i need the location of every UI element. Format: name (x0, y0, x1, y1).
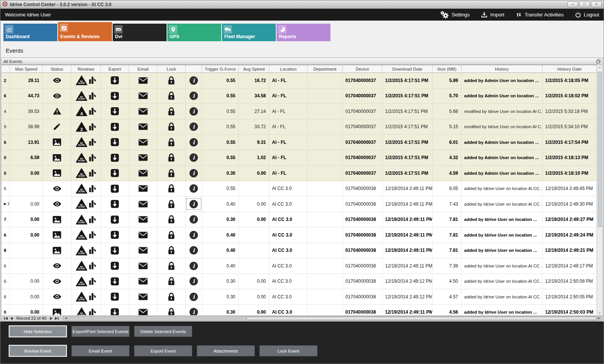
export-event-button[interactable]: Export Event (134, 345, 192, 356)
cell-export[interactable] (101, 73, 129, 89)
info-icon[interactable]: i (189, 153, 198, 162)
cell-lock[interactable] (157, 89, 186, 104)
export-download-icon[interactable] (110, 92, 119, 100)
table-row[interactable]: 6NOSCOREi0.40Al CC 3.001704000003812/19/… (2, 258, 597, 274)
cell-email[interactable] (129, 181, 157, 197)
export-download-icon[interactable] (110, 138, 119, 147)
email-envelope-icon[interactable] (138, 170, 148, 177)
cell-reviews[interactable]: NOSCORE (71, 166, 101, 181)
cell-reviews[interactable]: 2 (71, 119, 101, 135)
lock-icon[interactable] (168, 91, 175, 100)
horizontal-scrollbar[interactable]: ◀ ▶ (63, 316, 602, 321)
column-header-email[interactable]: Email (129, 65, 157, 72)
table-row[interactable]: 613.91NOSCOREi0.559.31Al - FL01704000003… (2, 135, 597, 150)
export-download-icon[interactable] (110, 292, 119, 301)
column-header-status[interactable]: Status (43, 65, 71, 72)
tab-fleet-manager[interactable]: Fleet Manager (222, 24, 276, 41)
table-row[interactable]: 644.73NOSCOREi0.5534.58Al - FL0170400000… (2, 89, 597, 104)
cell-info[interactable]: i (186, 89, 202, 104)
menu-item-settings[interactable]: Settings (440, 11, 470, 19)
column-header-export[interactable]: Export (101, 65, 129, 72)
export-download-icon[interactable] (110, 277, 119, 286)
maximize-button[interactable]: □ (579, 2, 590, 7)
email-envelope-icon[interactable] (138, 247, 148, 254)
attachments-button[interactable]: Attachments (197, 345, 255, 356)
table-row[interactable]: 938.992i0.5533.72Al - FL0170400000371/2/… (2, 119, 597, 135)
cell-info[interactable]: i (186, 196, 202, 212)
cell-email[interactable] (129, 227, 157, 243)
export-download-icon[interactable] (110, 153, 119, 162)
lock-icon[interactable] (168, 292, 175, 301)
email-envelope-icon[interactable] (138, 154, 148, 161)
menu-item-transfer-activities[interactable]: Transfer Activities (516, 11, 564, 18)
cell-reviews[interactable]: NOSCORE (71, 227, 101, 243)
cell-export[interactable] (101, 274, 129, 290)
lock-icon[interactable] (168, 215, 175, 224)
lock-icon[interactable] (168, 76, 175, 85)
info-icon[interactable]: i (189, 308, 198, 315)
cell-email[interactable] (129, 212, 157, 228)
cell-export[interactable] (101, 181, 129, 197)
cell-email[interactable] (129, 289, 157, 305)
cell-info[interactable]: i (186, 289, 202, 305)
tab-dvr[interactable]: DVRDvr (113, 24, 167, 41)
lock-icon[interactable] (168, 261, 175, 271)
cell-reviews[interactable]: NOSCORE (71, 150, 101, 166)
cell-export[interactable] (101, 104, 129, 119)
next-record-icon[interactable] (49, 316, 53, 321)
vertical-scrollbar[interactable]: ▲ ▼ (597, 65, 602, 315)
cell-info[interactable]: i (186, 135, 202, 150)
export-download-icon[interactable] (110, 200, 119, 208)
table-row[interactable]: 439.534i0.5527.14Al - FL0170400000371/2/… (2, 104, 597, 119)
lock-icon[interactable] (168, 153, 175, 162)
cell-info[interactable]: i (186, 119, 202, 135)
export-download-icon[interactable] (110, 230, 119, 239)
table-row[interactable]: 8NOSCOREi0.40Al CC 3.001704000003812/19/… (2, 243, 597, 259)
cell-email[interactable] (129, 258, 157, 274)
cell-export[interactable] (101, 258, 129, 274)
info-icon[interactable]: i (189, 215, 198, 224)
cell-lock[interactable] (157, 196, 186, 212)
cell-reviews[interactable]: NOSCORE (71, 258, 101, 274)
cell-email[interactable] (129, 166, 157, 181)
cell-reviews[interactable]: NOSCORE (71, 89, 101, 104)
info-icon[interactable]: i (189, 122, 198, 131)
column-header-device[interactable]: Device (343, 65, 382, 72)
vertical-scrollbar-thumb[interactable] (598, 72, 602, 227)
first-record-icon[interactable] (4, 316, 8, 321)
email-envelope-icon[interactable] (138, 108, 148, 115)
cell-email[interactable] (129, 196, 157, 212)
minimize-button[interactable]: – (567, 2, 578, 7)
cell-lock[interactable] (157, 227, 186, 243)
cell-export[interactable] (101, 289, 129, 305)
prev-record-icon[interactable] (9, 316, 13, 321)
cell-lock[interactable] (157, 119, 186, 135)
table-row[interactable]: 60.00NOSCOREi0.40Al CC 3.001704000003812… (2, 227, 597, 243)
cell-lock[interactable] (157, 305, 186, 316)
email-envelope-icon[interactable] (138, 185, 148, 192)
horizontal-scrollbar-thumb[interactable] (246, 317, 596, 320)
review-event-button[interactable]: Review Event (9, 345, 67, 357)
email-envelope-icon[interactable] (138, 92, 148, 99)
column-header-size-mb[interactable]: Size (MB) (432, 65, 462, 72)
lock-icon[interactable] (168, 308, 175, 315)
cell-lock[interactable] (157, 150, 186, 166)
lock-icon[interactable] (168, 184, 175, 193)
lock-icon[interactable] (168, 200, 175, 209)
email-envelope-icon[interactable] (138, 201, 148, 208)
cell-email[interactable] (129, 274, 157, 290)
cell-lock[interactable] (157, 73, 186, 89)
cell-export[interactable] (101, 196, 129, 212)
cell-lock[interactable] (157, 166, 186, 181)
cell-lock[interactable] (157, 243, 186, 259)
info-icon[interactable]: i (189, 76, 198, 85)
lock-icon[interactable] (168, 169, 175, 178)
tab-gps[interactable]: GPS (167, 24, 221, 41)
email-envelope-icon[interactable] (138, 263, 148, 269)
info-icon[interactable]: i (189, 246, 198, 254)
export-download-icon[interactable] (110, 122, 119, 131)
cell-lock[interactable] (157, 181, 186, 197)
email-event-button[interactable]: Email Event (71, 345, 130, 356)
info-icon[interactable]: i (189, 92, 198, 100)
table-row[interactable]: 6NOSCOREi0.55Al CC 3.001704000003812/19/… (2, 181, 597, 197)
